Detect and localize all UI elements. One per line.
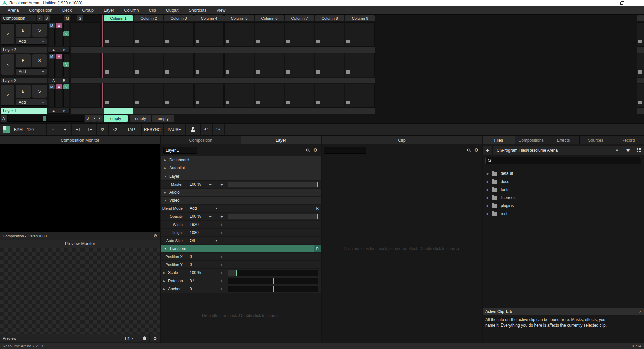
beat-nudge-forward-button[interactable] <box>84 124 97 135</box>
preview-fit-dropdown[interactable]: Fit ▼ <box>120 334 139 342</box>
layer-name-label[interactable]: Layer 3 <box>1 47 47 53</box>
chevron-down-icon[interactable]: ▼ <box>215 239 218 242</box>
section-transform[interactable]: ▼TransformP. <box>161 245 321 252</box>
layer-master-fader-chip[interactable]: M <box>49 54 55 59</box>
selected-clip-strip[interactable] <box>104 108 133 114</box>
composition-select-button[interactable]: Composition <box>1 15 36 21</box>
layer-bypass-button[interactable]: B <box>16 85 31 98</box>
layer-close-button[interactable]: × <box>1 85 14 106</box>
clip-cell[interactable] <box>285 53 314 77</box>
deck-tab-1[interactable]: empty <box>104 115 128 122</box>
menu-item-layer[interactable]: Layer <box>99 8 119 13</box>
clip-cell[interactable] <box>194 84 224 108</box>
bpm-increase-button[interactable]: + <box>59 124 72 135</box>
clip-gear-icon[interactable]: ⚙ <box>473 147 479 153</box>
section-video[interactable]: ▼Video <box>161 197 321 204</box>
layer-master-fader-chip[interactable]: M <box>49 84 55 89</box>
layer-name-field[interactable]: Layer 1 <box>163 147 197 154</box>
menu-item-output[interactable]: Output <box>161 8 184 13</box>
pause-button[interactable]: PAUSE <box>164 124 186 135</box>
preview-gear-icon[interactable]: ⚙ <box>149 334 160 342</box>
inspector-gear-icon[interactable]: ⚙ <box>312 147 318 153</box>
decrement-button[interactable]: − <box>207 254 214 259</box>
crossfader-b-label[interactable]: B <box>85 115 91 122</box>
section-layer[interactable]: ▼Layer <box>161 172 321 180</box>
param-value[interactable]: Off <box>190 238 195 243</box>
clip-cell[interactable] <box>224 84 254 108</box>
expand-arrow-icon[interactable]: ▶ <box>487 212 489 215</box>
folder-row-default[interactable]: ▶default <box>483 170 644 177</box>
folder-up-button[interactable] <box>483 146 493 155</box>
param-value[interactable]: 100 % <box>190 270 201 275</box>
clip-cell[interactable] <box>224 53 254 77</box>
chevron-right-icon[interactable]: ▶ <box>163 271 165 275</box>
param-slider[interactable] <box>228 182 318 187</box>
decrement-button[interactable]: − <box>207 262 214 267</box>
clip-cell[interactable] <box>104 22 133 47</box>
increment-button[interactable]: + <box>218 214 225 219</box>
layer-video-fader-chip[interactable]: V <box>63 31 69 36</box>
decrement-button[interactable]: − <box>207 222 214 227</box>
increment-button[interactable]: + <box>218 182 225 187</box>
bpm-display[interactable]: BPM120 <box>0 124 47 135</box>
tab-composition[interactable]: Composition <box>161 136 241 144</box>
composition-monitor-gear-icon[interactable]: ⚙ <box>153 233 157 238</box>
folder-row-plugins[interactable]: ▶plugins <box>483 202 644 209</box>
chevron-right-icon[interactable]: ▶ <box>163 280 165 283</box>
inspector-search-icon[interactable] <box>305 147 311 153</box>
undo-button[interactable]: ↶ <box>201 124 213 135</box>
menu-item-composition[interactable]: Composition <box>24 8 57 13</box>
increment-button[interactable]: + <box>218 230 225 235</box>
menu-item-shortcuts[interactable]: Shortcuts <box>184 8 212 13</box>
param-slider[interactable] <box>228 278 318 284</box>
column-header-3[interactable]: Column 3 <box>164 15 194 21</box>
increment-button[interactable]: + <box>218 254 225 259</box>
param-value[interactable]: 100 % <box>190 214 201 219</box>
crossfader-a-label[interactable]: A <box>1 115 7 122</box>
layer-bypass-button[interactable]: B <box>16 23 31 37</box>
tab-effects[interactable]: Effects <box>547 136 579 144</box>
layer-master-fader-chip[interactable]: M <box>49 23 55 28</box>
path-display[interactable]: C:\Program Files\Resolume Arena ▼ <box>493 146 623 155</box>
layer-blend-dropdown[interactable]: Add▼ <box>16 99 47 106</box>
clip-cell[interactable] <box>164 53 194 77</box>
layer-video-fader-chip[interactable]: V <box>63 62 69 67</box>
deck-tab-2[interactable]: empty <box>130 115 151 122</box>
param-value[interactable]: 1920 <box>190 222 199 227</box>
pan-hand-button[interactable] <box>139 334 149 342</box>
decrement-button[interactable]: − <box>207 230 214 235</box>
composition-bypass-button[interactable]: B <box>44 15 50 21</box>
clip-cell[interactable] <box>104 84 133 108</box>
section-autopilot[interactable]: ▶Autopilot <box>161 164 321 172</box>
expand-arrow-icon[interactable]: ▶ <box>487 188 489 191</box>
column-header-6[interactable]: Column 6 <box>255 15 284 21</box>
layer-audio-fader-chip[interactable]: A <box>56 54 62 59</box>
restore-button[interactable] <box>614 0 629 6</box>
crossfader-a-assign-button[interactable]: A <box>52 79 55 83</box>
clip-name-field[interactable] <box>324 147 366 154</box>
folder-row-rest[interactable]: ▶rest <box>483 210 644 217</box>
clip-cell[interactable] <box>104 53 133 77</box>
folder-row-licenses[interactable]: ▶licenses <box>483 194 644 201</box>
param-slider[interactable] <box>228 214 318 219</box>
favorite-heart-icon[interactable]: ♥ <box>623 146 633 155</box>
column-header-5[interactable]: Column 5 <box>224 15 254 21</box>
tab-compositions[interactable]: Compositions <box>515 136 547 144</box>
crossfader-b-assign-button[interactable]: B <box>63 48 65 52</box>
layer-bypass-button[interactable]: B <box>16 54 31 67</box>
layer-audio-fader-chip[interactable]: A <box>56 23 62 28</box>
clip-cell[interactable] <box>224 22 254 47</box>
parameter-automation-button[interactable]: P. <box>314 245 321 252</box>
crossfader-a-assign-button[interactable]: A <box>52 48 55 52</box>
column-header-9[interactable]: Column 9 <box>345 15 375 21</box>
minimize-button[interactable] <box>600 0 614 6</box>
param-value[interactable]: 0 <box>190 287 192 291</box>
clip-cell[interactable] <box>255 84 284 108</box>
composition-close-button[interactable]: × <box>37 15 43 21</box>
layer-close-button[interactable]: × <box>1 23 14 45</box>
deck-next-button[interactable] <box>97 115 103 122</box>
redo-button[interactable]: ↷ <box>213 124 225 135</box>
clip-cell[interactable] <box>345 84 375 108</box>
clip-cell-partial[interactable] <box>637 84 644 108</box>
tab-files[interactable]: Files <box>483 136 515 144</box>
